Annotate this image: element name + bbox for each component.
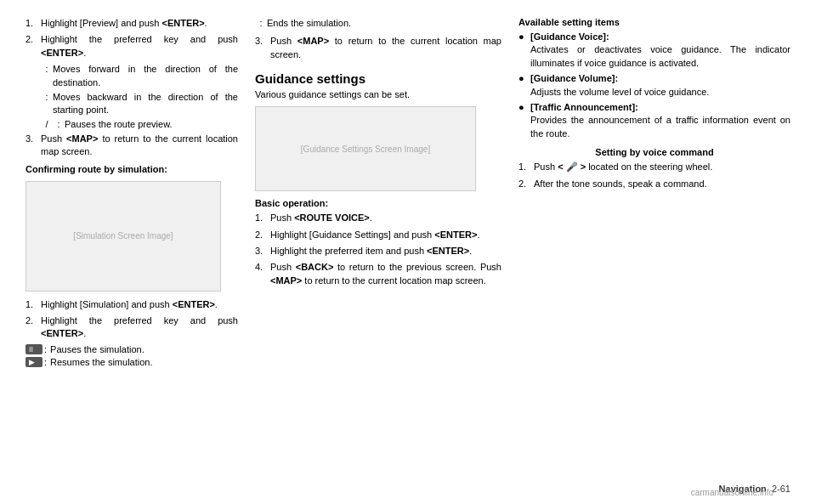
key-enter: <ENTER> (162, 18, 204, 28)
ends-text: Ends the simulation. (267, 17, 502, 30)
slash-colon: : (53, 119, 65, 129)
list-item: 1. Highlight [Simulation] and push <ENTE… (26, 298, 238, 311)
pause-item: II : Pauses the simulation. (26, 344, 238, 354)
list-num: 1. (26, 17, 41, 30)
list-num: 2. (518, 178, 534, 190)
list-content: Push <MAP> to return to the current loca… (270, 35, 502, 61)
available-heading: Available setting items (518, 17, 790, 27)
list-num: 4. (255, 261, 270, 287)
list-content: Highlight [Guidance Settings] and push <… (270, 229, 502, 241)
middle-list: 3. Push <MAP> to return to the current l… (255, 35, 502, 61)
bullet-content: [Guidance Volume]:Adjusts the volume lev… (530, 72, 790, 99)
list-item: 3. Push <MAP> to return to the current l… (255, 35, 502, 61)
bullet-item: ● [Guidance Volume]:Adjusts the volume l… (518, 72, 790, 99)
guidance-screen-image: [Guidance Settings Screen Image] (255, 106, 476, 191)
list-content: Highlight [Simulation] and push <ENTER>. (41, 298, 238, 311)
sub-items: : Moves forward in the direction of the … (41, 63, 238, 129)
pause-btn-icon: II (26, 344, 42, 354)
resume-btn-icon: ▶ (26, 357, 42, 367)
list-content: Highlight the preferred key and push <EN… (41, 314, 238, 341)
simulation-image: [Simulation Screen Image] (26, 181, 221, 292)
page-number: 2-61 (772, 484, 790, 494)
sub-item: : Moves forward in the direction of the … (41, 63, 238, 89)
list-num: 2. (255, 229, 270, 241)
bullet-content: [Traffic Announcement]:Provides the anno… (530, 101, 790, 140)
list-content: Highlight the preferred item and push <E… (270, 245, 502, 258)
list-item: 3. Highlight the preferred item and push… (255, 245, 502, 258)
slash: / (41, 119, 53, 129)
list-item: 3. Push <MAP> to return to the current l… (26, 133, 238, 159)
list-content: Push <MAP> to return to the current loca… (41, 133, 238, 159)
list-content: Highlight the preferred key and push <EN… (41, 33, 238, 59)
list-item: 1. Push <ROUTE VOICE>. (255, 212, 502, 224)
pause-resume-section: II : Pauses the simulation. ▶ : Resumes … (26, 344, 238, 367)
list-item: 4. Push <BACK> to return to the previous… (255, 261, 502, 287)
list-item: 2. After the tone sounds, speak a comman… (518, 178, 790, 190)
list-content: Push <ROUTE VOICE>. (270, 212, 502, 224)
key-voice: < 🎤 > (558, 161, 586, 172)
list-num: 3. (255, 35, 270, 61)
sub-colon: : (41, 91, 53, 117)
sub-content: Moves forward in the direction of the de… (53, 63, 238, 89)
key-enter: <ENTER> (41, 328, 83, 338)
pause-label: Pauses the simulation. (50, 344, 238, 354)
voice-cmd-heading: Setting by voice command (518, 147, 790, 157)
left-list-cont: 3. Push <MAP> to return to the current l… (26, 133, 238, 159)
left-column: 1. Highlight [Preview] and push <ENTER>.… (26, 17, 246, 479)
colon-sep: : (44, 344, 47, 354)
key-map: <MAP> (66, 133, 98, 144)
guidance-section: Guidance settings Various guidance setti… (255, 71, 502, 99)
list-content: Push < 🎤 > located on the steering wheel… (534, 161, 790, 173)
list-num: 3. (255, 245, 270, 258)
bullet-dot: ● (518, 101, 530, 140)
list-num: 3. (26, 133, 41, 159)
key-map: <MAP> (298, 36, 329, 46)
list-num: 2. (26, 33, 41, 59)
ends-colon: : (255, 17, 267, 30)
resume-item: ▶ : Resumes the simulation. (26, 357, 238, 367)
list-content: Highlight [Preview] and push <ENTER>. (41, 17, 238, 30)
voice-cmd-list: 1. Push < 🎤 > located on the steering wh… (518, 161, 790, 190)
key-map: <MAP> (270, 275, 302, 286)
basic-op-heading: Basic operation: (255, 198, 502, 208)
sub-colon: : (41, 63, 53, 89)
list-num: 1. (255, 212, 270, 224)
bullet-item: ● [Traffic Announcement]:Provides the an… (518, 101, 790, 140)
ends-sim-section: : Ends the simulation. (255, 17, 502, 30)
key-enter: <ENTER> (434, 229, 477, 240)
list-num: 1. (518, 161, 534, 173)
bullet-content: [Guidance Voice]:Activates or deactivate… (530, 31, 790, 70)
bullet-dot: ● (518, 31, 530, 70)
key-enter: <ENTER> (427, 246, 469, 256)
key-back: <BACK> (296, 262, 334, 272)
guidance-volume-label: [Guidance Volume]: (530, 73, 618, 83)
list-content: Push <BACK> to return to the previous sc… (270, 261, 502, 287)
list-content: After the tone sounds, speak a command. (534, 178, 790, 190)
bullet-item: ● [Guidance Voice]:Activates or deactiva… (518, 31, 790, 70)
list-item: 1. Push < 🎤 > located on the steering wh… (518, 161, 790, 173)
list-item: 2. Highlight the preferred key and push … (26, 314, 238, 341)
list-num: 1. (26, 298, 41, 311)
confirming-heading: Confirming route by simulation: (26, 164, 238, 174)
colon-sep: : (44, 357, 47, 367)
list-item: 1. Highlight [Preview] and push <ENTER>. (26, 17, 238, 30)
resume-label: Resumes the simulation. (50, 357, 238, 367)
basic-op-list: 1. Push <ROUTE VOICE>. 2. Highlight [Gui… (255, 212, 502, 287)
list-num: 2. (26, 314, 41, 341)
slash-content: Pauses the route preview. (65, 119, 238, 129)
key-route-voice: <ROUTE VOICE> (294, 212, 370, 223)
traffic-ann-label: [Traffic Announcement]: (530, 102, 638, 112)
right-column: Available setting items ● [Guidance Voic… (510, 17, 790, 479)
key-enter: <ENTER> (41, 48, 83, 58)
guidance-voice-label: [Guidance Voice]: (530, 31, 609, 42)
guidance-desc: Various guidance settings can be set. (255, 89, 502, 99)
slash-item: / : Pauses the route preview. (41, 119, 238, 129)
bullet-list: ● [Guidance Voice]:Activates or deactiva… (518, 31, 790, 140)
list-item: 2. Highlight [Guidance Settings] and pus… (255, 229, 502, 241)
key-enter: <ENTER> (173, 299, 215, 309)
bullet-dot: ● (518, 72, 530, 99)
list-item: 2. Highlight the preferred key and push … (26, 33, 238, 59)
ends-sim-item: : Ends the simulation. (255, 17, 502, 30)
sub-item: : Moves backward in the direction of the… (41, 91, 238, 117)
watermark: carmanualsonline.info (691, 488, 774, 497)
